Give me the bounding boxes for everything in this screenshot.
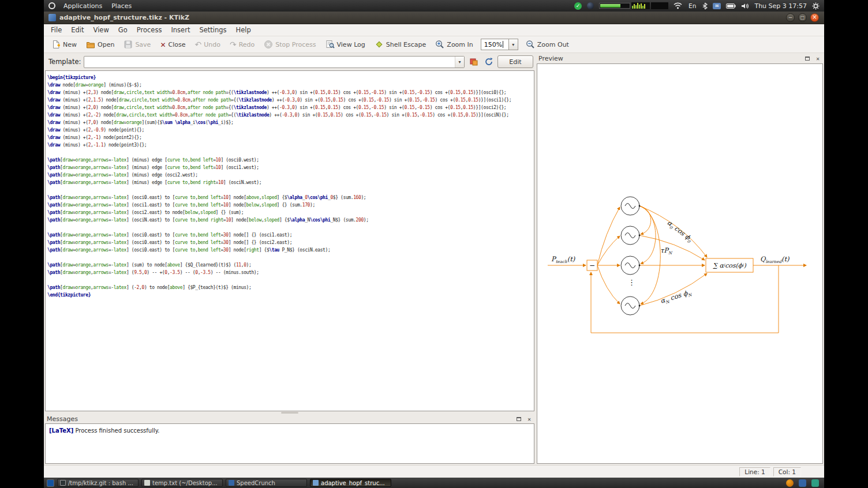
menu-settings[interactable]: Settings xyxy=(194,25,231,35)
code-line[interactable] xyxy=(47,224,534,231)
system-panel: ApplicationsPlaces En xyxy=(44,0,824,12)
messages-log[interactable]: [LaTeX] Process finished successfully. xyxy=(45,423,534,464)
code-line[interactable]: \path[draw=orange,arrows=-latex] (minus)… xyxy=(47,164,534,171)
new-button[interactable]: New xyxy=(47,38,81,51)
menu-insert[interactable]: Insert xyxy=(166,25,194,35)
view-log-button[interactable]: View Log xyxy=(321,38,369,51)
code-line[interactable]: \draw node[draw=orange] (minus){$-$}; xyxy=(47,81,534,89)
stop-process-icon xyxy=(264,40,273,49)
menu-go[interactable]: Go xyxy=(114,25,132,35)
zoom-combo-dropdown[interactable] xyxy=(508,39,518,50)
messages-float-button[interactable] xyxy=(515,415,522,422)
code-line[interactable]: \path[draw=orange,arrows=-latex] (sum) t… xyxy=(47,261,534,269)
code-line[interactable]: \end{tikzpicture} xyxy=(47,291,534,299)
zoom-in-label: Zoom In xyxy=(447,41,473,48)
redo-button[interactable]: Redo xyxy=(226,39,259,50)
code-line[interactable]: \path[draw=orange,arrows=-latex] (osci1.… xyxy=(47,201,534,209)
session-gear-icon[interactable] xyxy=(812,2,820,10)
template-combo-dropdown[interactable] xyxy=(455,57,464,67)
code-line[interactable]: \path[draw=orange,arrows=-latex] (osci0.… xyxy=(47,194,534,201)
bluetooth-icon[interactable] xyxy=(702,2,708,10)
code-line[interactable]: \path[draw=orange,arrows=-latex] (-2,0) … xyxy=(47,284,534,291)
taskbar-window-2[interactable]: SpeedCrunch xyxy=(226,479,307,487)
taskbar-window-3[interactable]: adaptive_hopf_struc... xyxy=(310,479,391,487)
close-file-button[interactable]: Close xyxy=(156,39,189,51)
menu-file[interactable]: File xyxy=(46,25,66,35)
template-reload-button[interactable] xyxy=(482,56,495,68)
code-line[interactable]: \path[draw=orange,arrows=-latex] (osciN.… xyxy=(47,216,534,224)
code-line[interactable]: \path[draw=orange,arrows=-latex] (minus)… xyxy=(47,171,534,179)
menu-view[interactable]: View xyxy=(89,25,114,35)
volume-icon[interactable] xyxy=(741,3,749,9)
open-button[interactable]: Open xyxy=(82,38,118,51)
code-line[interactable]: \draw (minus) +(2,-1) node(point2){}; xyxy=(47,134,534,141)
zoom-in-button[interactable]: Zoom In xyxy=(431,38,477,51)
code-line[interactable]: \path[draw=orange,arrows=-latex] (minus)… xyxy=(47,156,534,164)
code-line[interactable]: \begin{tikzpicture} xyxy=(47,74,534,81)
code-line[interactable]: \path[draw=orange,arrows=-latex] (osci2.… xyxy=(47,209,534,216)
preview-close-button[interactable] xyxy=(814,55,821,62)
template-edit-button[interactable]: Edit xyxy=(497,55,533,68)
wifi-icon[interactable] xyxy=(674,2,682,9)
menu-help[interactable]: Help xyxy=(231,25,256,35)
preview-float-button[interactable] xyxy=(804,55,811,62)
template-open-button[interactable] xyxy=(467,56,480,68)
shell-escape-button[interactable]: Shell Escape xyxy=(371,38,431,51)
code-line[interactable]: \draw (minus) +(2,-2) node[draw,circle,t… xyxy=(47,111,534,119)
code-line[interactable]: \draw (minus) +(2,3) node[draw,circle,te… xyxy=(47,89,534,96)
code-line[interactable] xyxy=(47,186,534,194)
code-editor[interactable]: \begin{tikzpicture}\draw node[draw=orang… xyxy=(45,70,534,411)
code-line[interactable]: \draw (minus) +(7,0) node[draw=orange](s… xyxy=(47,119,534,126)
messages-indicator-icon[interactable] xyxy=(713,3,721,9)
minimize-button[interactable] xyxy=(786,13,795,22)
taskbar-tray-icon-1[interactable] xyxy=(786,479,794,487)
editor-messages-splitter[interactable] xyxy=(45,411,534,414)
code-line[interactable]: \path[draw=orange,arrows=-latex] (minus)… xyxy=(47,179,534,186)
updates-ok-icon[interactable] xyxy=(574,2,582,10)
code-line[interactable]: \draw (minus) +(2,0) node[draw,circle,te… xyxy=(47,104,534,111)
code-line[interactable]: \path[draw=orange,arrows=-latex] (osci0.… xyxy=(47,231,534,239)
save-button[interactable]: Save xyxy=(119,38,155,51)
undo-button[interactable]: Undo xyxy=(190,39,224,50)
status-orb-icon[interactable] xyxy=(587,2,594,9)
code-line[interactable] xyxy=(47,149,534,156)
taskbar-launcher-icon[interactable] xyxy=(47,479,54,487)
taskbar-window-1[interactable]: temp.txt (~/Desktop... xyxy=(141,479,223,487)
monitor-graph xyxy=(651,2,668,9)
code-line[interactable] xyxy=(47,254,534,261)
battery-icon[interactable] xyxy=(726,3,736,9)
stop-process-button[interactable]: Stop Process xyxy=(260,38,320,51)
code-line[interactable]: \draw (minus) +(2,-1.1) node(point3){}; xyxy=(47,141,534,149)
menu-edit[interactable]: Edit xyxy=(66,25,88,35)
code-line[interactable]: \draw (minus) +(2,1.5) node[draw,circle,… xyxy=(47,96,534,104)
taskbar-tray-icon-3[interactable] xyxy=(811,479,819,487)
system-monitor-widget[interactable] xyxy=(599,2,668,9)
distro-logo-icon[interactable] xyxy=(48,2,55,9)
code-line[interactable]: \path[draw=orange,arrows=-latex] (osci0.… xyxy=(47,246,534,254)
monitor-progress-bar xyxy=(599,3,630,9)
messages-close-button[interactable] xyxy=(526,415,533,422)
system-tray: En Thu Sep 3 17:57 xyxy=(574,2,824,10)
keyboard-layout-indicator[interactable]: En xyxy=(687,2,697,9)
zoom-level-combo[interactable]: 150% xyxy=(481,39,518,50)
window-titlebar[interactable]: adaptive_hopf_structure.tikz - KTikZ xyxy=(44,12,824,24)
zoom-level-value: 150% xyxy=(484,41,502,48)
code-line[interactable] xyxy=(47,276,534,284)
system-menu-places[interactable]: Places xyxy=(107,1,136,11)
code-line[interactable]: \draw (minus) +(2,-0.9) node(point){}; xyxy=(47,126,534,134)
close-window-button[interactable] xyxy=(810,13,819,22)
maximize-button[interactable] xyxy=(798,13,807,22)
taskbar-window-0[interactable]: /tmp/ktikz.git : bash ... xyxy=(57,479,139,487)
code-line[interactable]: \path[draw=orange,arrows=-latex] (osci0.… xyxy=(47,239,534,246)
log-source-tag: [LaTeX] xyxy=(49,427,73,434)
system-menu-applications[interactable]: Applications xyxy=(59,1,107,11)
zoom-level-field[interactable]: 150% xyxy=(481,39,508,50)
template-combo[interactable] xyxy=(84,56,465,68)
zoom-out-button[interactable]: Zoom Out xyxy=(522,38,573,51)
taskbar-tray-icon-2[interactable] xyxy=(799,479,806,487)
taskbar-windows: /tmp/ktikz.git : bash ...temp.txt (~/Des… xyxy=(57,479,391,487)
clock[interactable]: Thu Sep 3 17:57 xyxy=(754,2,807,10)
menu-process[interactable]: Process xyxy=(132,25,167,35)
code-line[interactable]: \path[draw=orange,arrows=-latex] (9.5,0)… xyxy=(47,269,534,276)
zoom-out-label: Zoom Out xyxy=(537,41,569,48)
